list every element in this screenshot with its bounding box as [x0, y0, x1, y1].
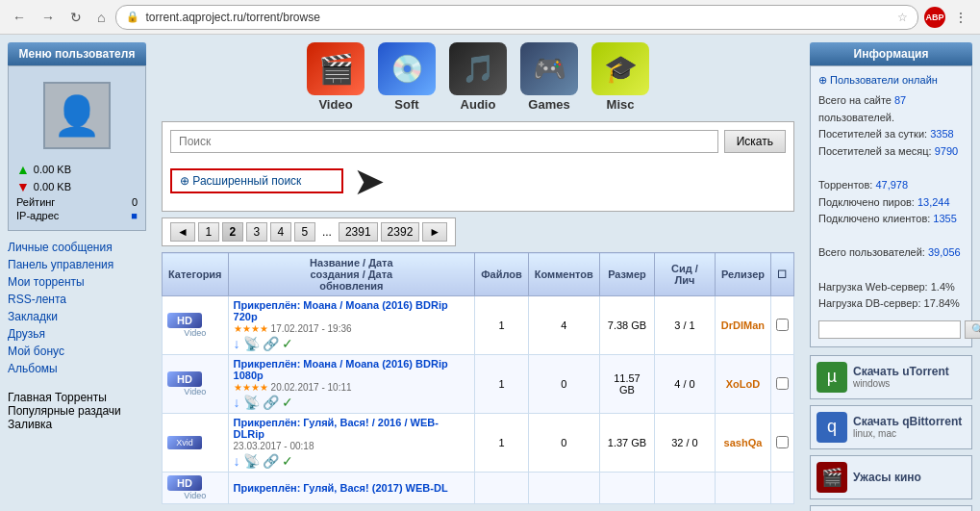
sidebar-item-rss[interactable]: RSS-лента [8, 291, 146, 308]
forward-button[interactable]: → [37, 8, 60, 27]
refresh-button[interactable]: ↻ [65, 8, 87, 27]
home-button[interactable]: ⌂ [92, 8, 110, 27]
torrent-link[interactable]: Прикреплён: Моана / Moana (2016) BDRip 7… [234, 299, 448, 322]
row-title-cell: Прикреплён: Моана / Moana (2016) BDRip 1… [228, 355, 475, 414]
table-row: HD Video Прикреплён: Моана / Moana (2016… [163, 296, 794, 355]
advanced-search-toggle[interactable]: ⊕ Расширенный поиск [170, 168, 343, 193]
page-button-3[interactable]: 3 [246, 222, 267, 242]
rss-icon[interactable]: 📡 [243, 395, 260, 410]
back-button[interactable]: ← [8, 8, 31, 27]
games-icon: 🎮 [533, 53, 566, 85]
hd-sub: Video [167, 387, 223, 396]
sidebar-item-home[interactable]: Главная [8, 391, 52, 404]
rss-icon[interactable]: 📡 [243, 453, 260, 469]
torrent-link[interactable]: Прикреплён: Гуляй, Вася! / 2016 / WEB-DL… [234, 417, 439, 440]
search-button[interactable]: Искать [724, 130, 786, 153]
row-comments: 4 [528, 296, 599, 355]
bookmark-star-icon[interactable]: ☆ [897, 11, 908, 24]
row-seeds [655, 473, 716, 504]
sidebar-item-popular[interactable]: Популярные раздачи [8, 404, 121, 418]
category-audio[interactable]: 🎵 Audio [444, 42, 512, 112]
check-icon[interactable]: ✓ [282, 336, 293, 351]
stat-torrents: Торрентов: 47,978 [818, 179, 908, 191]
online-users-link[interactable]: ⊕ Пользователи онлайн [818, 74, 964, 87]
category-games[interactable]: 🎮 Games [515, 42, 583, 112]
row-title-cell: Прикреплён: Гуляй, Вася! / 2016 / WEB-DL… [228, 414, 475, 473]
row-checkbox[interactable] [770, 414, 793, 473]
row-relizer [715, 473, 770, 504]
hd-badge: HD [167, 371, 202, 387]
search-input[interactable] [170, 130, 718, 153]
next-page-button[interactable]: ► [422, 222, 447, 242]
check-icon[interactable]: ✓ [282, 395, 293, 410]
sidebar-item-torrent-list[interactable]: Торренты [55, 391, 107, 404]
sidebar-item-torrents[interactable]: Мои торренты [8, 273, 146, 291]
row-checkbox[interactable] [770, 473, 793, 504]
qbittorrent-text: Скачать qBittorrent linux, mac [853, 415, 962, 439]
download-icon[interactable]: ↓ [234, 395, 240, 410]
rating-label: Рейтинг [16, 196, 55, 208]
misc-icon-box: 🎓 [591, 42, 649, 95]
download-icon[interactable]: ↓ [234, 336, 240, 351]
page-button-4[interactable]: 4 [270, 222, 291, 242]
category-soft[interactable]: 💿 Soft [373, 42, 440, 112]
page-button-2391[interactable]: 2391 [339, 222, 378, 242]
sidebar-item-albums[interactable]: Альбомы [8, 360, 146, 377]
page-button-5[interactable]: 5 [294, 222, 315, 242]
kino-icon: 🎬 [817, 462, 847, 493]
kino-app-box[interactable]: 🎬 Ужасы кино [810, 455, 972, 499]
action-icons: ↓ 📡 🔗 ✓ [234, 336, 470, 351]
page-button-2[interactable]: 2 [222, 222, 243, 242]
table-row: HD Video Прикреплён: Гуляй, Вася! (2017)… [163, 473, 794, 504]
sidebar-item-friends[interactable]: Друзья [8, 325, 146, 343]
col-comments: Комментов [528, 253, 599, 296]
row-checkbox[interactable] [770, 355, 793, 414]
browser-actions: ABP ⋮ [924, 7, 972, 28]
torrent-link[interactable]: Прикреплён: Гуляй, Вася! (2017) WEB-DL [234, 482, 448, 494]
prev-page-button[interactable]: ◄ [170, 222, 195, 242]
magnet-icon[interactable]: 🔗 [263, 453, 279, 469]
info-search-input[interactable] [818, 320, 961, 339]
audio-label: Audio [461, 97, 496, 112]
sidebar-item-bonus[interactable]: Мой бонус [8, 343, 146, 360]
relizer-link[interactable]: sashQa [724, 437, 763, 448]
row-files: 1 [475, 296, 529, 355]
user-avatar-icon: 👤 [53, 93, 101, 139]
category-video[interactable]: 🎬 Video [302, 42, 369, 112]
stat-users: Всего пользователей: 39,056 [818, 246, 961, 258]
magnet-icon[interactable]: 🔗 [263, 395, 279, 410]
relizer-link[interactable]: DrDIMan [721, 319, 765, 331]
category-misc[interactable]: 🎓 Misc [587, 42, 654, 112]
row-checkbox[interactable] [770, 296, 793, 355]
ip-row: IP-адрес ■ [16, 209, 138, 222]
qbittorrent-app-box[interactable]: q Скачать qBittorrent linux, mac [810, 405, 972, 449]
utorrent-app-box[interactable]: µ Скачать uTorrent windows [810, 355, 972, 399]
row-category: HD Video [163, 296, 229, 355]
address-bar[interactable]: 🔒 torrent.aqproject.ru/torrent/browse ☆ [115, 5, 918, 30]
check-icon[interactable]: ✓ [282, 453, 293, 469]
sidebar-item-panel[interactable]: Панель управления [8, 256, 146, 273]
info-search-button[interactable]: 🔍 [965, 320, 980, 339]
more-options-button[interactable]: ⋮ [949, 8, 972, 27]
page-button-2392[interactable]: 2392 [381, 222, 420, 242]
arrow-graphic: ➤ [353, 159, 386, 203]
soft-icon: 💿 [390, 53, 424, 85]
magnet-icon[interactable]: 🔗 [263, 336, 279, 351]
table-row: HD Video Прикреплён: Моана / Moana (2016… [163, 355, 794, 414]
stat-peers: Подключено пиров: 13,244 [818, 196, 950, 208]
rss-icon[interactable]: 📡 [243, 336, 260, 351]
row-relizer: sashQa [715, 414, 770, 473]
audio-icon: 🎵 [462, 53, 495, 85]
sidebar-item-bookmarks[interactable]: Закладки [8, 308, 146, 325]
torrent-link[interactable]: Прикреплён: Моана / Moana (2016) BDRip 1… [234, 358, 448, 381]
abp-badge[interactable]: ABP [924, 7, 945, 28]
relizer-link[interactable]: XoLoD [726, 378, 760, 390]
page-button-1[interactable]: 1 [198, 222, 219, 242]
torrent-date: 20.02.2017 - 10:11 [271, 382, 352, 393]
video-icon-box: 🎬 [307, 42, 364, 95]
download-icon[interactable]: ↓ [234, 453, 240, 469]
xvid-badge: Xvid [167, 436, 202, 449]
sidebar-item-upload[interactable]: Заливка [8, 418, 52, 431]
hd-badge: HD [167, 313, 202, 328]
sidebar-item-messages[interactable]: Личные сообщения [8, 239, 146, 256]
